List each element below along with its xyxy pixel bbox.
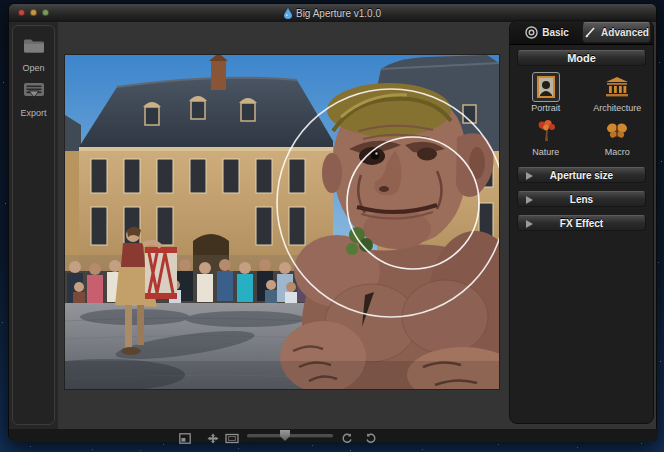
disclosure-triangle-icon xyxy=(526,196,533,204)
mode-portrait-label: Portrait xyxy=(510,103,582,113)
mode-nature-label: Nature xyxy=(510,147,582,157)
architecture-icon xyxy=(605,77,629,97)
desktop-stars xyxy=(0,0,1,1)
nature-icon xyxy=(536,120,556,142)
export-label: Export xyxy=(20,108,46,118)
section-aperture-size[interactable]: Aperture size xyxy=(517,167,646,183)
section-fx-effect[interactable]: FX Effect xyxy=(517,215,646,231)
section-lens[interactable]: Lens xyxy=(517,191,646,207)
app-window: Big Aperture v1.0.0 Open Export xyxy=(8,3,657,441)
pan-button[interactable] xyxy=(207,430,219,448)
mode-portrait[interactable]: Portrait xyxy=(510,69,582,113)
thumbnail-view-icon xyxy=(179,433,191,444)
macro-icon xyxy=(606,122,628,140)
zoom-slider-thumb[interactable] xyxy=(280,430,290,441)
rotate-ccw-icon xyxy=(341,433,353,444)
pencil-icon xyxy=(584,26,597,39)
mode-macro[interactable]: Macro xyxy=(582,113,654,157)
mode-macro-label: Macro xyxy=(582,147,654,157)
fit-frame-button[interactable] xyxy=(225,430,239,448)
zoom-slider[interactable] xyxy=(247,434,333,437)
portrait-icon xyxy=(537,76,555,98)
mode-nature[interactable]: Nature xyxy=(510,113,582,157)
folder-icon xyxy=(23,38,45,54)
open-button[interactable]: Open xyxy=(9,38,58,75)
rotate-ccw-button[interactable] xyxy=(341,430,353,448)
bottom-toolbar xyxy=(9,429,658,442)
rotate-cw-button[interactable] xyxy=(365,430,377,448)
disclosure-triangle-icon xyxy=(526,220,533,228)
tab-basic[interactable]: Basic xyxy=(514,22,580,43)
pan-icon xyxy=(207,433,219,444)
mode-architecture[interactable]: Architecture xyxy=(582,69,654,113)
tab-advanced[interactable]: Advanced xyxy=(582,22,651,43)
fit-frame-icon xyxy=(225,433,239,444)
export-icon xyxy=(23,82,45,99)
mode-architecture-label: Architecture xyxy=(582,103,654,113)
photo-canvas[interactable] xyxy=(65,55,499,389)
thumbnail-view-button[interactable] xyxy=(179,430,191,448)
aperture-icon xyxy=(525,26,538,39)
tab-advanced-label: Advanced xyxy=(601,27,649,38)
mode-grid: Portrait Architecture xyxy=(510,69,653,157)
open-label: Open xyxy=(22,63,44,73)
settings-panel: Basic Advanced Mode xyxy=(509,20,654,424)
sidebar: Open Export xyxy=(9,22,58,429)
window-title: Big Aperture v1.0.0 xyxy=(296,8,381,19)
mode-header: Mode xyxy=(517,50,646,66)
tabstrip: Basic Advanced xyxy=(510,21,653,45)
export-button[interactable]: Export xyxy=(9,82,58,120)
tab-basic-label: Basic xyxy=(542,27,569,38)
rotate-cw-icon xyxy=(365,433,377,444)
disclosure-triangle-icon xyxy=(526,172,533,180)
droplet-icon xyxy=(284,8,292,19)
